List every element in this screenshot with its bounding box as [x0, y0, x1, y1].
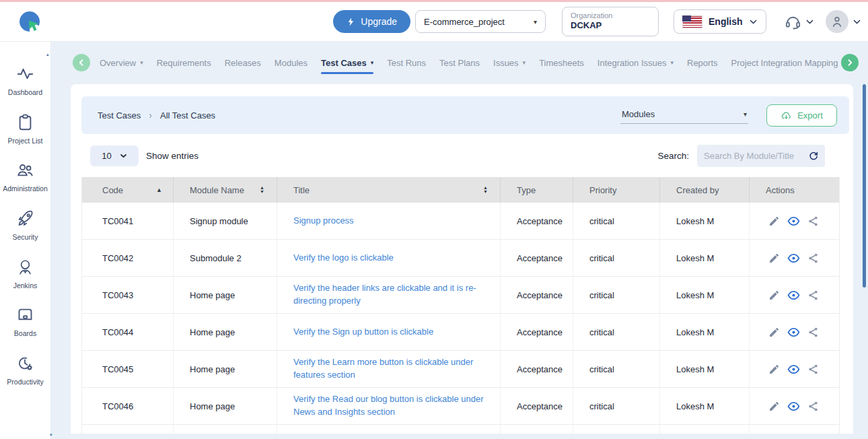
- tab-modules[interactable]: Modules: [275, 58, 308, 68]
- upgrade-button[interactable]: Upgrade: [333, 10, 410, 33]
- tab-timesheets[interactable]: Timesheets: [539, 58, 584, 68]
- nav-scroll-right-button[interactable]: [841, 54, 859, 71]
- cell-title: Verify the logo is clickable: [277, 240, 501, 276]
- tab-label: Test Runs: [387, 58, 426, 68]
- edit-icon[interactable]: [768, 290, 780, 301]
- breadcrumb-parent[interactable]: Test Cases: [98, 110, 141, 121]
- tab-label: Modules: [275, 58, 308, 68]
- cell-created-by: Lokesh M: [660, 240, 750, 276]
- caret-down-icon: ▾: [523, 59, 526, 66]
- language-select[interactable]: English: [674, 9, 766, 34]
- edit-icon[interactable]: [768, 215, 780, 227]
- sidebar-item-administration[interactable]: Administration: [0, 161, 50, 194]
- chevron-down-icon: [805, 18, 814, 26]
- share-icon[interactable]: [807, 290, 819, 301]
- testcase-title-link[interactable]: Verify the logo is clickable: [293, 252, 394, 265]
- users-icon: [16, 161, 34, 179]
- share-icon[interactable]: [807, 215, 819, 227]
- project-nav: Overview▾ Requirements Releases Modules …: [71, 50, 868, 75]
- tab-reports[interactable]: Reports: [687, 58, 718, 68]
- project-select-value: E-commerce_project: [424, 17, 505, 27]
- sidebar-item-security[interactable]: Security: [0, 209, 50, 242]
- tab-integration-issues[interactable]: Integration Issues▾: [598, 58, 674, 68]
- tab-overview[interactable]: Overview▾: [100, 58, 143, 68]
- cell-actions: [750, 388, 839, 424]
- project-select[interactable]: E-commerce_project ▾: [415, 10, 546, 33]
- sidebar-item-label: Boards: [12, 329, 38, 339]
- tab-requirements[interactable]: Requirements: [157, 58, 211, 68]
- sidebar-scroll-down-icon[interactable]: ▾: [50, 432, 52, 438]
- cell-created-by: Lokesh M: [660, 388, 750, 424]
- table-row: TC0045 Home page Verify the Learn more b…: [82, 351, 839, 388]
- board-icon: [16, 306, 34, 324]
- column-label: Module Name: [190, 185, 244, 195]
- app-logo-icon[interactable]: [17, 9, 42, 34]
- support-menu[interactable]: [784, 13, 814, 31]
- tab-project-integration-mapping[interactable]: Project Integration Mapping: [731, 58, 838, 68]
- vertical-scrollbar[interactable]: [863, 84, 866, 288]
- cell-empty: [174, 425, 277, 434]
- column-header-module-name[interactable]: Module Name▲▼: [174, 177, 277, 203]
- module-filter-value: Modules: [622, 109, 655, 119]
- tab-test-cases[interactable]: Test Cases▾: [321, 58, 373, 68]
- sidebar-item-jenkins[interactable]: Jenkins: [0, 258, 50, 291]
- share-icon[interactable]: [807, 364, 819, 375]
- sidebar-item-boards[interactable]: Boards: [0, 306, 50, 339]
- view-icon[interactable]: [787, 327, 800, 338]
- export-button[interactable]: Export: [766, 104, 837, 127]
- tab-test-runs[interactable]: Test Runs: [387, 58, 426, 68]
- cell-code: TC0042: [82, 240, 174, 276]
- top-header: Upgrade E-commerce_project ▾ Organizatio…: [0, 2, 868, 42]
- table-row: TC0046 Home page Verify the Read our blo…: [82, 388, 839, 425]
- view-icon[interactable]: [787, 401, 800, 412]
- avatar: [826, 10, 848, 33]
- cell-priority: critical: [573, 388, 660, 424]
- chevron-down-icon: [853, 18, 861, 26]
- column-header-type: Type: [501, 177, 573, 203]
- column-header-title[interactable]: Title▲▼: [277, 177, 501, 203]
- testcase-title-link[interactable]: Verify the Read our blog button is click…: [293, 393, 493, 419]
- page-size-select[interactable]: 10: [90, 145, 139, 166]
- tab-test-plans[interactable]: Test Plans: [439, 58, 480, 68]
- view-icon[interactable]: [787, 364, 800, 375]
- user-menu[interactable]: [826, 10, 861, 33]
- view-icon[interactable]: [787, 290, 800, 301]
- lightning-icon: [347, 17, 355, 27]
- show-entries-label: Show entries: [146, 151, 198, 161]
- nav-scroll-left-button[interactable]: [73, 54, 90, 71]
- testcase-title-link[interactable]: Verify the header links are clickable an…: [293, 282, 493, 308]
- share-icon[interactable]: [807, 252, 819, 264]
- column-header-code[interactable]: Code▲: [82, 177, 174, 203]
- edit-icon[interactable]: [768, 401, 780, 412]
- edit-icon[interactable]: [768, 252, 780, 264]
- testcase-title-link[interactable]: Verify the Learn more button is clickabl…: [293, 356, 493, 382]
- sidebar-item-dashboard[interactable]: Dashboard: [0, 65, 50, 98]
- testcase-title-link[interactable]: Signup process: [293, 215, 354, 228]
- column-label: Type: [517, 185, 536, 195]
- cell-priority: critical: [573, 277, 660, 313]
- share-icon[interactable]: [807, 401, 819, 412]
- caret-down-icon: ▾: [744, 110, 747, 118]
- toolbar-band: Test Cases › All Test Cases Modules ▾ Ex…: [81, 96, 849, 134]
- edit-icon[interactable]: [768, 364, 780, 375]
- testcase-title-link[interactable]: Verify the Sign up button is clickable: [293, 326, 433, 339]
- share-icon[interactable]: [807, 327, 819, 338]
- sidebar-item-productivity[interactable]: Productivity: [0, 354, 50, 387]
- search-input[interactable]: [704, 151, 808, 161]
- sidebar-scroll-up-icon[interactable]: ▴: [46, 52, 49, 57]
- clock-gear-icon: [16, 354, 34, 372]
- sidebar-item-project-list[interactable]: Project List: [0, 113, 50, 146]
- caret-down-icon: ▾: [534, 18, 537, 26]
- cell-created-by: Lokesh M: [660, 314, 750, 350]
- app-window: Upgrade E-commerce_project ▾ Organizatio…: [0, 0, 868, 439]
- tab-issues[interactable]: Issues▾: [493, 58, 526, 68]
- view-icon[interactable]: [787, 252, 800, 264]
- edit-icon[interactable]: [768, 327, 780, 338]
- refresh-icon[interactable]: [808, 150, 819, 161]
- module-filter-select[interactable]: Modules ▾: [620, 106, 748, 124]
- cell-code: TC0043: [82, 277, 174, 313]
- tab-label: Releases: [225, 58, 261, 68]
- view-icon[interactable]: [787, 215, 800, 227]
- column-label: Code: [102, 185, 123, 195]
- tab-releases[interactable]: Releases: [225, 58, 261, 68]
